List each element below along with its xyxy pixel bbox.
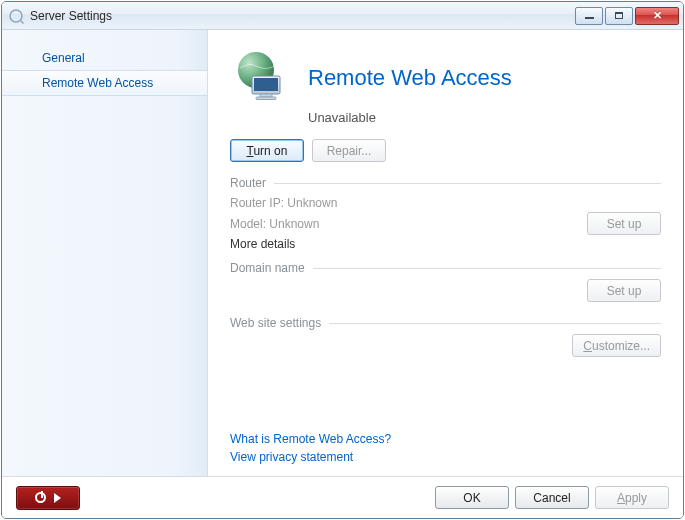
- sidebar: General Remote Web Access: [2, 30, 208, 476]
- maximize-icon: [615, 12, 623, 19]
- sidebar-item-general[interactable]: General: [2, 46, 207, 70]
- ok-label: OK: [463, 491, 480, 505]
- divider: [313, 268, 661, 269]
- sidebar-item-label: General: [42, 51, 85, 65]
- website-section: Web site settings Customize...: [230, 316, 661, 357]
- turn-on-label-rest: urn on: [253, 144, 287, 158]
- customize-label-rest: ustomize...: [592, 339, 650, 353]
- privacy-link[interactable]: View privacy statement: [230, 448, 661, 466]
- minimize-icon: [585, 17, 594, 19]
- domain-section-title: Domain name: [230, 261, 305, 275]
- action-row: Turn on Repair...: [230, 139, 661, 162]
- router-section-title: Router: [230, 176, 266, 190]
- what-is-rwa-link[interactable]: What is Remote Web Access?: [230, 430, 661, 448]
- footer-buttons: OK Cancel Apply: [435, 486, 669, 509]
- divider: [274, 183, 661, 184]
- cancel-label: Cancel: [533, 491, 570, 505]
- svg-point-0: [10, 10, 22, 22]
- svg-rect-6: [256, 97, 276, 100]
- customize-button[interactable]: Customize...: [572, 334, 661, 357]
- power-icon: [35, 492, 46, 503]
- router-model: Model: Unknown: [230, 215, 587, 233]
- website-section-title: Web site settings: [230, 316, 321, 330]
- remote-web-access-icon: [230, 48, 290, 108]
- svg-line-1: [21, 21, 24, 24]
- footer: OK Cancel Apply: [2, 476, 683, 518]
- svg-rect-4: [254, 78, 278, 91]
- close-icon: ✕: [653, 9, 662, 22]
- window-title: Server Settings: [30, 9, 575, 23]
- apply-button[interactable]: Apply: [595, 486, 669, 509]
- close-button[interactable]: ✕: [635, 7, 679, 25]
- sidebar-item-label: Remote Web Access: [42, 76, 153, 90]
- router-section: Router Router IP: Unknown Model: Unknown…: [230, 176, 661, 253]
- router-setup-button[interactable]: Set up: [587, 212, 661, 235]
- app-icon: [8, 8, 24, 24]
- recording-badge[interactable]: [16, 486, 80, 510]
- main-panel: Remote Web Access Unavailable Turn on Re…: [208, 30, 683, 476]
- window-body: General Remote Web Access: [2, 30, 683, 476]
- maximize-button[interactable]: [605, 7, 633, 25]
- play-icon: [54, 493, 61, 503]
- window-controls: ✕: [575, 7, 679, 25]
- turn-on-button[interactable]: Turn on: [230, 139, 304, 162]
- status-text: Unavailable: [308, 110, 661, 125]
- divider: [329, 323, 661, 324]
- cancel-button[interactable]: Cancel: [515, 486, 589, 509]
- page-header: Remote Web Access: [230, 48, 661, 108]
- help-links: What is Remote Web Access? View privacy …: [230, 420, 661, 466]
- domain-setup-button[interactable]: Set up: [587, 279, 661, 302]
- more-details-link[interactable]: More details: [230, 235, 661, 253]
- server-settings-window: Server Settings ✕ General Remote Web Acc…: [1, 1, 684, 519]
- domain-setup-label: Set up: [607, 284, 642, 298]
- domain-section: Domain name Set up: [230, 261, 661, 302]
- router-ip: Router IP: Unknown: [230, 194, 661, 212]
- titlebar[interactable]: Server Settings ✕: [2, 2, 683, 30]
- ok-button[interactable]: OK: [435, 486, 509, 509]
- page-title: Remote Web Access: [308, 65, 512, 91]
- apply-label-rest: pply: [625, 491, 647, 505]
- repair-label: Repair...: [327, 144, 372, 158]
- repair-button[interactable]: Repair...: [312, 139, 386, 162]
- router-setup-label: Set up: [607, 217, 642, 231]
- minimize-button[interactable]: [575, 7, 603, 25]
- sidebar-item-remote-web-access[interactable]: Remote Web Access: [2, 70, 207, 96]
